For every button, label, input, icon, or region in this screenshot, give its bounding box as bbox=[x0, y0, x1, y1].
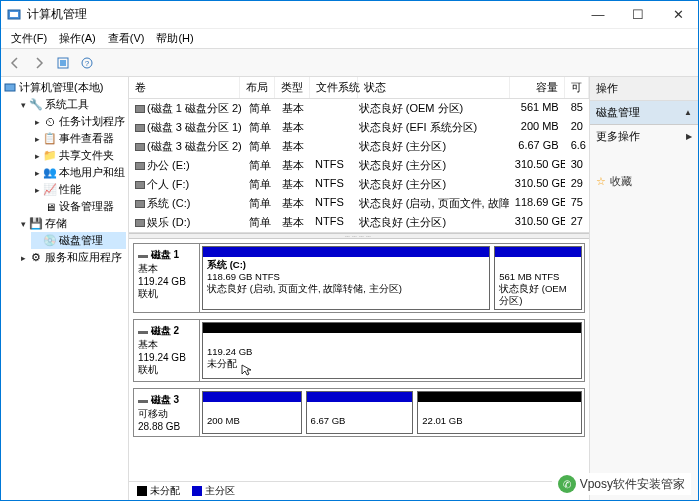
disk-name: 磁盘 3 bbox=[151, 394, 179, 405]
disk-type: 基本 bbox=[138, 262, 195, 276]
tree-diskmgmt[interactable]: 💿磁盘管理 bbox=[31, 232, 126, 249]
menu-help[interactable]: 帮助(H) bbox=[150, 29, 199, 48]
tree-storage[interactable]: ▾💾存储 bbox=[17, 215, 126, 232]
app-icon bbox=[7, 7, 23, 23]
disk-icon: 💿 bbox=[43, 234, 57, 248]
action-label: 更多操作 bbox=[596, 129, 640, 144]
table-row[interactable]: 办公 (E:)简单基本NTFS状态良好 (主分区)310.50 GB30 bbox=[129, 156, 589, 175]
disk-row[interactable]: ▬ 磁盘 3 可移动 28.88 GB 200 MB 6.67 GB bbox=[133, 388, 585, 437]
partition-size: 119.24 GB bbox=[207, 346, 252, 357]
partition-header bbox=[307, 392, 413, 402]
col-layout[interactable]: 布局 bbox=[240, 77, 275, 98]
col-filesystem[interactable]: 文件系统 bbox=[310, 77, 358, 98]
window-controls: — ☐ ✕ bbox=[578, 1, 698, 28]
partition[interactable]: 561 MB NTFS 状态良好 (OEM 分区) bbox=[494, 246, 582, 310]
col-type[interactable]: 类型 bbox=[275, 77, 310, 98]
partition[interactable]: 22.01 GB bbox=[417, 391, 582, 434]
partition[interactable]: 200 MB bbox=[202, 391, 302, 434]
partition-header bbox=[203, 247, 489, 257]
table-header: 卷 布局 类型 文件系统 状态 容量 可 bbox=[129, 77, 589, 99]
favorite[interactable]: ☆收藏 bbox=[590, 168, 698, 195]
partition-size: 561 MB NTFS bbox=[499, 271, 559, 282]
partition[interactable]: 6.67 GB bbox=[306, 391, 414, 434]
tree-label: 存储 bbox=[45, 216, 67, 231]
svg-rect-6 bbox=[5, 84, 15, 91]
partition-header bbox=[203, 323, 581, 333]
menu-view[interactable]: 查看(V) bbox=[102, 29, 151, 48]
tree-root[interactable]: 计算机管理(本地) bbox=[3, 79, 126, 96]
col-status[interactable]: 状态 bbox=[358, 77, 510, 98]
clock-icon: ⏲ bbox=[43, 115, 57, 129]
disk-type: 可移动 bbox=[138, 407, 195, 421]
partition-size: 6.67 GB bbox=[311, 415, 346, 426]
tree-perf[interactable]: ▸📈性能 bbox=[31, 181, 126, 198]
chevron-right-icon: ▶ bbox=[686, 132, 692, 141]
tree-tasksched[interactable]: ▸⏲任务计划程序 bbox=[31, 113, 126, 130]
favorite-label: 收藏 bbox=[610, 175, 632, 187]
legend-swatch-unallocated bbox=[137, 486, 147, 496]
device-icon: 🖥 bbox=[43, 200, 57, 214]
legend-swatch-primary bbox=[192, 486, 202, 496]
svg-rect-3 bbox=[60, 60, 66, 66]
partition[interactable]: 系统 (C:) 118.69 GB NTFS 状态良好 (启动, 页面文件, 故… bbox=[202, 246, 490, 310]
menu-action[interactable]: 操作(A) bbox=[53, 29, 102, 48]
storage-icon: 💾 bbox=[29, 217, 43, 231]
volume-table[interactable]: 卷 布局 类型 文件系统 状态 容量 可 (磁盘 1 磁盘分区 2)简单基本状态… bbox=[129, 77, 589, 233]
computer-icon bbox=[3, 81, 17, 95]
actions-panel: 操作 磁盘管理 ▲ 更多操作 ▶ ☆收藏 bbox=[590, 77, 698, 500]
forward-icon[interactable] bbox=[29, 53, 49, 73]
menu-bar: 文件(F) 操作(A) 查看(V) 帮助(H) bbox=[1, 29, 698, 49]
table-row[interactable]: 娱乐 (D:)简单基本NTFS状态良好 (主分区)310.50 GB27 bbox=[129, 213, 589, 232]
close-button[interactable]: ✕ bbox=[658, 1, 698, 28]
tree-eventvwr[interactable]: ▸📋事件查看器 bbox=[31, 130, 126, 147]
partition-size: 200 MB bbox=[207, 415, 240, 426]
tree-label: 性能 bbox=[59, 182, 81, 197]
disk-row[interactable]: ▬ 磁盘 1 基本 119.24 GB 联机 系统 (C:) 118.69 GB… bbox=[133, 243, 585, 313]
partition-status: 未分配 bbox=[207, 358, 237, 369]
perf-icon: 📈 bbox=[43, 183, 57, 197]
table-row[interactable]: 个人 (F:)简单基本NTFS状态良好 (主分区)310.50 GB29 bbox=[129, 175, 589, 194]
col-volume[interactable]: 卷 bbox=[129, 77, 240, 98]
minimize-button[interactable]: — bbox=[578, 1, 618, 28]
actions-header: 操作 bbox=[590, 77, 698, 101]
share-icon: 📁 bbox=[43, 149, 57, 163]
disk-size: 119.24 GB bbox=[138, 352, 195, 363]
main-area: 计算机管理(本地) ▾🔧系统工具 ▸⏲任务计划程序 ▸📋事件查看器 ▸📁共享文件… bbox=[1, 77, 698, 500]
watermark-text: Vposy软件安装管家 bbox=[580, 476, 685, 493]
partition-size: 118.69 GB NTFS bbox=[207, 271, 280, 282]
col-capacity[interactable]: 容量 bbox=[510, 77, 565, 98]
disk-status: 联机 bbox=[138, 363, 195, 377]
tree-shared[interactable]: ▸📁共享文件夹 bbox=[31, 147, 126, 164]
center-panel: 卷 布局 类型 文件系统 状态 容量 可 (磁盘 1 磁盘分区 2)简单基本状态… bbox=[129, 77, 590, 500]
col-free[interactable]: 可 bbox=[565, 77, 589, 98]
app-window: 计算机管理 — ☐ ✕ 文件(F) 操作(A) 查看(V) 帮助(H) ? 计算… bbox=[0, 0, 699, 501]
disk-label: ▬ 磁盘 2 基本 119.24 GB 联机 bbox=[134, 320, 200, 381]
menu-file[interactable]: 文件(F) bbox=[5, 29, 53, 48]
legend-label: 未分配 bbox=[150, 485, 180, 496]
partition-unallocated[interactable]: 119.24 GB 未分配 bbox=[202, 322, 582, 379]
tree-devmgr[interactable]: 🖥设备管理器 bbox=[31, 198, 126, 215]
table-row[interactable]: (磁盘 1 磁盘分区 2)简单基本状态良好 (OEM 分区)561 MB85 bbox=[129, 99, 589, 118]
table-body: (磁盘 1 磁盘分区 2)简单基本状态良好 (OEM 分区)561 MB85(磁… bbox=[129, 99, 589, 232]
refresh-icon[interactable] bbox=[53, 53, 73, 73]
back-icon[interactable] bbox=[5, 53, 25, 73]
toolbar: ? bbox=[1, 49, 698, 77]
tree-services[interactable]: ▸⚙服务和应用程序 bbox=[17, 249, 126, 266]
partition-status: 状态良好 (OEM 分区) bbox=[499, 283, 566, 306]
nav-tree[interactable]: 计算机管理(本地) ▾🔧系统工具 ▸⏲任务计划程序 ▸📋事件查看器 ▸📁共享文件… bbox=[1, 77, 129, 500]
help-icon[interactable]: ? bbox=[77, 53, 97, 73]
table-row[interactable]: (磁盘 3 磁盘分区 1)简单基本状态良好 (EFI 系统分区)200 MB20 bbox=[129, 118, 589, 137]
action-diskmgmt[interactable]: 磁盘管理 ▲ bbox=[590, 101, 698, 125]
disk-graphical-view[interactable]: ▬ 磁盘 1 基本 119.24 GB 联机 系统 (C:) 118.69 GB… bbox=[129, 239, 589, 481]
table-row[interactable]: (磁盘 3 磁盘分区 2)简单基本状态良好 (主分区)6.67 GB6.6 bbox=[129, 137, 589, 156]
maximize-button[interactable]: ☐ bbox=[618, 1, 658, 28]
star-icon: ☆ bbox=[596, 175, 606, 187]
action-more[interactable]: 更多操作 ▶ bbox=[590, 125, 698, 148]
disk-name: 磁盘 2 bbox=[151, 325, 179, 336]
wechat-icon: ✆ bbox=[558, 475, 576, 493]
disk-size: 28.88 GB bbox=[138, 421, 195, 432]
tree-systools[interactable]: ▾🔧系统工具 bbox=[17, 96, 126, 113]
table-row[interactable]: 系统 (C:)简单基本NTFS状态良好 (启动, 页面文件, 故障转储, 主分区… bbox=[129, 194, 589, 213]
disk-row[interactable]: ▬ 磁盘 2 基本 119.24 GB 联机 119.24 GB 未分配 bbox=[133, 319, 585, 382]
tree-localusers[interactable]: ▸👥本地用户和组 bbox=[31, 164, 126, 181]
